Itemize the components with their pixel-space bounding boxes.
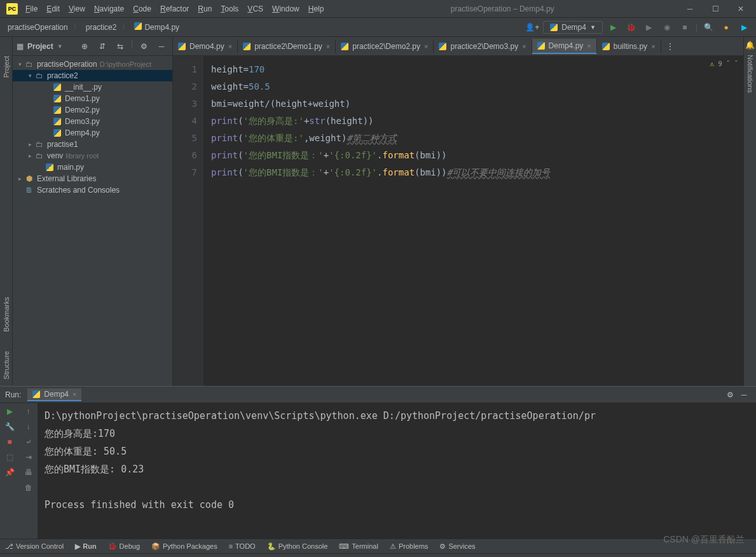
crumb[interactable]: Demp4.py (132, 21, 182, 33)
tree-file[interactable]: __init__.py (13, 81, 172, 93)
menu-run[interactable]: Run (194, 3, 216, 15)
bottom-tab-todo[interactable]: ≡ TODO (229, 542, 256, 550)
rerun-button[interactable]: ▶ (7, 407, 13, 416)
close-icon[interactable]: × (72, 390, 76, 398)
bottom-tab-terminal[interactable]: ⌨ Terminal (339, 542, 378, 551)
next-highlight-icon[interactable]: ˇ (734, 60, 738, 68)
run-button[interactable]: ▶ (607, 20, 621, 34)
add-config-icon[interactable]: 👤+ (525, 20, 539, 34)
close-icon[interactable]: × (587, 42, 591, 50)
menu-vcs[interactable]: VCS (244, 3, 267, 15)
editor-tab[interactable]: Demp4.py× (532, 39, 597, 54)
stop-button[interactable]: ■ (7, 437, 11, 446)
structure-tool-button[interactable]: Structure (3, 351, 10, 380)
tree-file[interactable]: Demo1.py (13, 93, 172, 104)
more-tabs-icon[interactable]: ⋮ (661, 42, 679, 51)
bottom-tab-debug[interactable]: 🐞 Debug (108, 542, 140, 551)
code-editor[interactable]: 1234567 height=170 weight=50.5 bmi=weigh… (173, 56, 743, 386)
ide-updates-button[interactable]: ● (719, 20, 733, 34)
chevron-down-icon[interactable]: ▼ (57, 43, 63, 50)
debug-button[interactable]: 🐞 (624, 20, 638, 34)
close-button[interactable]: ✕ (728, 1, 753, 17)
crumb[interactable]: practiseOperation (5, 22, 71, 33)
scroll-end-icon[interactable]: ⇥ (25, 453, 32, 462)
minimize-button[interactable]: ─ (677, 1, 703, 17)
pin-button[interactable]: 📌 (5, 468, 15, 477)
menu-view[interactable]: View (65, 3, 89, 15)
hide-run-icon[interactable]: ─ (737, 388, 751, 402)
bottom-tab-python-console[interactable]: 🐍 Python Console (267, 542, 328, 551)
close-icon[interactable]: × (326, 43, 330, 50)
menu-window[interactable]: Window (268, 3, 303, 15)
tree-folder-practise1[interactable]: ▸🗀 practise1 (13, 139, 172, 150)
settings-icon[interactable]: ⚙ (137, 39, 151, 53)
tree-file[interactable]: Demo3.py (13, 116, 172, 127)
project-tool-button[interactable]: Project (3, 56, 10, 78)
tree-file[interactable]: Demo2.py (13, 104, 172, 116)
menu-file[interactable]: File (22, 3, 41, 15)
run-label: Run: (5, 390, 21, 399)
editor-tab[interactable]: practice2\Demo3.py× (434, 39, 532, 53)
code-content[interactable]: height=170 weight=50.5 bmi=weight/(heigh… (203, 56, 743, 386)
menu-tools[interactable]: Tools (217, 3, 242, 15)
editor-tab[interactable]: builtins.py× (597, 39, 661, 53)
tree-file-main[interactable]: main.py (13, 162, 172, 173)
notifications-tool-button[interactable]: Notifications (746, 55, 754, 93)
menu-edit[interactable]: Edit (43, 3, 64, 15)
tree-folder-practice2[interactable]: ▾🗀 practice2 (13, 70, 172, 81)
menu-navigate[interactable]: Navigate (90, 3, 128, 15)
tree-root[interactable]: ▾🗀 practiseOperation D:\pythonProject (13, 58, 172, 70)
search-everywhere-button[interactable]: 🔍 (701, 20, 715, 34)
expand-all-icon[interactable]: ⇵ (95, 39, 109, 53)
editor-tab[interactable]: Demo4.py× (173, 39, 238, 53)
run-settings-icon[interactable]: ⚙ (723, 388, 737, 402)
clear-icon[interactable]: 🗑 (25, 483, 32, 492)
bottom-tab-python-packages[interactable]: 📦 Python Packages (151, 542, 217, 551)
bottom-tab-run[interactable]: ▶ Run (75, 542, 96, 551)
left-tool-strip: Project Bookmarks Structure (0, 37, 13, 386)
print-icon[interactable]: 🖶 (25, 468, 32, 477)
close-icon[interactable]: × (424, 43, 428, 50)
collapse-all-icon[interactable]: ⇆ (113, 39, 127, 53)
bottom-tab-version-control[interactable]: ⎇ Version Control (5, 542, 64, 551)
close-icon[interactable]: × (522, 43, 526, 50)
menu-bar: FileEditViewNavigateCodeRefactorRunTools… (22, 3, 327, 15)
tree-scratches[interactable]: 🗎 Scratches and Consoles (13, 184, 172, 196)
close-icon[interactable]: × (228, 43, 232, 50)
python-icon (439, 43, 446, 50)
menu-refactor[interactable]: Refactor (156, 3, 193, 15)
editor-tab[interactable]: practice2\Demo2.py× (336, 39, 434, 53)
navigation-bar: practiseOperation〉practice2〉Demp4.py 👤+ … (0, 18, 756, 37)
run-with-coverage-button[interactable]: ▶ (642, 20, 656, 34)
stop-button[interactable]: ■ (678, 20, 692, 34)
code-with-me-button[interactable]: ▶ (737, 20, 751, 34)
maximize-button[interactable]: ☐ (703, 1, 728, 17)
run-toolbar-secondary: ↑ ↓ ⤶ ⇥ 🖶 🗑 (19, 403, 38, 539)
tree-external-libs[interactable]: ▸⬢ External Libraries (13, 173, 172, 184)
bottom-tab-services[interactable]: ⚙ Services (439, 542, 475, 551)
bookmarks-tool-button[interactable]: Bookmarks (3, 297, 10, 332)
editor-tab[interactable]: practice2\Demo1.py× (238, 39, 336, 53)
crumb[interactable]: practice2 (83, 22, 120, 33)
up-stack-icon[interactable]: ↑ (27, 407, 31, 416)
console-output[interactable]: D:\pythonProject\practiseOperation\venv\… (38, 403, 756, 539)
prev-highlight-icon[interactable]: ˆ (726, 60, 731, 68)
layout-button[interactable]: ⬚ (6, 453, 13, 462)
hide-panel-icon[interactable]: ─ (155, 39, 168, 53)
down-stack-icon[interactable]: ↓ (27, 422, 31, 431)
locate-file-icon[interactable]: ⊕ (78, 39, 92, 53)
close-icon[interactable]: × (651, 43, 655, 50)
python-icon (602, 43, 610, 50)
run-config-selector[interactable]: Demp4 ▼ (543, 21, 603, 34)
bottom-tab-problems[interactable]: ⚠ Problems (390, 542, 428, 551)
run-tab[interactable]: Demp4 × (27, 389, 81, 401)
profiler-button[interactable]: ◉ (660, 20, 674, 34)
menu-help[interactable]: Help (305, 3, 328, 15)
notifications-bell-icon[interactable]: 🔔 (745, 41, 755, 50)
menu-code[interactable]: Code (129, 3, 155, 15)
tree-file[interactable]: Demp4.py (13, 127, 172, 139)
soft-wrap-icon[interactable]: ⤶ (25, 437, 32, 446)
tree-folder-venv[interactable]: ▸🗀 venv library root (13, 150, 172, 162)
attach-debugger-button[interactable]: 🔧 (5, 422, 15, 431)
inspection-widget[interactable]: ⚠ 9 ˆ ˇ (710, 60, 739, 68)
